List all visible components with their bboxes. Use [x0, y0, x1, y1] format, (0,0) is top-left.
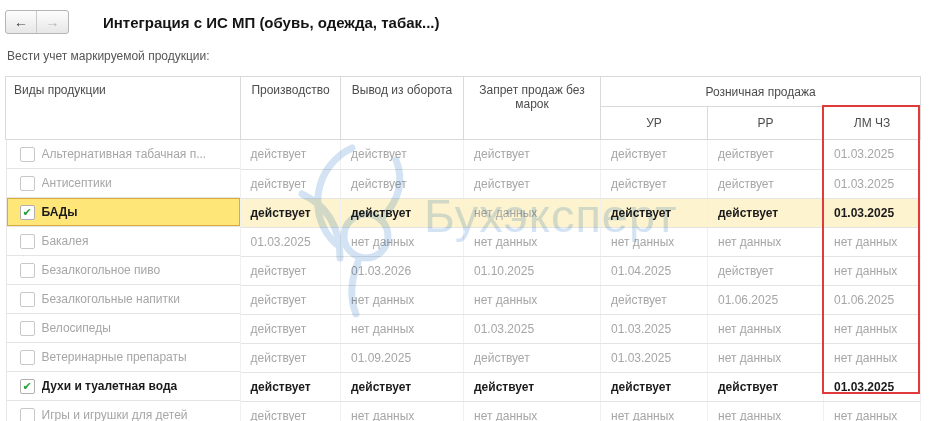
col-header-product-types[interactable]: Виды продукции — [6, 77, 241, 140]
product-name-cell[interactable]: Альтернативная табачная п... — [6, 140, 241, 169]
status-cell[interactable]: нет данных — [824, 401, 921, 421]
status-cell[interactable]: действует — [708, 169, 824, 198]
status-cell[interactable]: действует — [601, 285, 708, 314]
product-name-cell[interactable]: Игры и игрушки для детей — [6, 401, 241, 421]
status-cell[interactable]: нет данных — [464, 227, 601, 256]
status-cell[interactable]: нет данных — [824, 256, 921, 285]
status-cell[interactable]: нет данных — [341, 227, 464, 256]
table-row[interactable]: Альтернативная табачная п...действуетдей… — [6, 140, 921, 170]
forward-button[interactable]: → — [37, 11, 68, 33]
col-header-withdrawal[interactable]: Вывод из оборота — [341, 77, 464, 140]
unchecked-checkbox-icon[interactable] — [20, 263, 35, 278]
status-cell[interactable]: действует — [601, 169, 708, 198]
table-row[interactable]: Игры и игрушки для детейдействуетнет дан… — [6, 401, 921, 421]
product-name-cell[interactable]: ✔БАДы — [6, 198, 241, 227]
status-cell[interactable]: нет данных — [708, 401, 824, 421]
unchecked-checkbox-icon[interactable] — [20, 176, 35, 191]
table-row[interactable]: ✔БАДыдействуетдействуетнет данныхдейству… — [6, 198, 921, 227]
status-cell[interactable]: 01.06.2025 — [824, 285, 921, 314]
status-cell[interactable]: 01.03.2026 — [341, 256, 464, 285]
product-name-cell[interactable]: Безалкогольные напитки — [6, 285, 241, 314]
table-row[interactable]: ✔Духи и туалетная водадействуетдействует… — [6, 372, 921, 401]
status-cell[interactable]: 01.03.2025 — [464, 314, 601, 343]
status-cell[interactable]: 01.06.2025 — [708, 285, 824, 314]
status-cell[interactable]: действует — [708, 372, 824, 401]
status-cell[interactable]: 01.04.2025 — [601, 256, 708, 285]
unchecked-checkbox-icon[interactable] — [20, 350, 35, 365]
status-cell[interactable]: 01.09.2025 — [341, 343, 464, 372]
status-cell[interactable]: действует — [708, 256, 824, 285]
status-cell[interactable]: 01.10.2025 — [464, 256, 601, 285]
col-header-rr[interactable]: РР — [708, 107, 824, 140]
status-cell[interactable]: нет данных — [601, 227, 708, 256]
status-cell[interactable]: действует — [601, 140, 708, 170]
unchecked-checkbox-icon[interactable] — [20, 292, 35, 307]
status-cell[interactable]: нет данных — [824, 314, 921, 343]
status-cell[interactable]: нет данных — [341, 401, 464, 421]
table-row[interactable]: Безалкогольные напиткидействуетнет данны… — [6, 285, 921, 314]
status-cell[interactable]: действует — [241, 401, 341, 421]
status-cell[interactable]: 01.03.2025 — [824, 140, 921, 170]
table-row[interactable]: Бакалея01.03.2025нет данныхнет данныхнет… — [6, 227, 921, 256]
checked-checkbox-icon[interactable]: ✔ — [20, 379, 35, 394]
status-cell[interactable]: нет данных — [708, 314, 824, 343]
status-cell[interactable]: нет данных — [824, 343, 921, 372]
product-name-cell[interactable]: Безалкогольное пиво — [6, 256, 241, 285]
status-cell[interactable]: действует — [241, 285, 341, 314]
status-cell[interactable]: действует — [241, 314, 341, 343]
status-cell[interactable]: 01.03.2025 — [601, 314, 708, 343]
status-cell[interactable]: действует — [241, 198, 341, 227]
status-cell[interactable]: нет данных — [824, 227, 921, 256]
status-cell[interactable]: действует — [464, 169, 601, 198]
status-cell[interactable]: действует — [241, 140, 341, 170]
status-cell[interactable]: действует — [241, 372, 341, 401]
col-header-production[interactable]: Производство — [241, 77, 341, 140]
status-cell[interactable]: нет данных — [341, 285, 464, 314]
col-header-lm-chz[interactable]: ЛМ ЧЗ — [824, 107, 921, 140]
status-cell[interactable]: действует — [241, 169, 341, 198]
status-cell[interactable]: 01.03.2025 — [241, 227, 341, 256]
table-row[interactable]: Ветеринарные препаратыдействует01.09.202… — [6, 343, 921, 372]
table-row[interactable]: Антисептикидействуетдействуетдействуетде… — [6, 169, 921, 198]
status-cell[interactable]: нет данных — [464, 285, 601, 314]
col-header-ur[interactable]: УР — [601, 107, 708, 140]
table-row[interactable]: Велосипедыдействуетнет данных01.03.20250… — [6, 314, 921, 343]
status-cell[interactable]: нет данных — [341, 314, 464, 343]
status-cell[interactable]: 01.03.2025 — [824, 169, 921, 198]
col-header-sale-ban[interactable]: Запрет продаж без марок — [464, 77, 601, 140]
unchecked-checkbox-icon[interactable] — [20, 321, 35, 336]
status-cell[interactable]: действует — [464, 343, 601, 372]
status-cell[interactable]: действует — [341, 198, 464, 227]
unchecked-checkbox-icon[interactable] — [20, 234, 35, 249]
product-name-cell[interactable]: Велосипеды — [6, 314, 241, 343]
status-cell[interactable]: нет данных — [464, 401, 601, 421]
status-cell[interactable]: действует — [601, 198, 708, 227]
status-cell[interactable]: нет данных — [708, 343, 824, 372]
status-cell[interactable]: действует — [464, 140, 601, 170]
product-name-cell[interactable]: Антисептики — [6, 169, 241, 198]
product-name-cell[interactable]: Ветеринарные препараты — [6, 343, 241, 372]
status-cell[interactable]: действует — [341, 169, 464, 198]
status-cell[interactable]: действует — [464, 372, 601, 401]
unchecked-checkbox-icon[interactable] — [20, 147, 35, 162]
col-group-retail-sale[interactable]: Розничная продажа — [601, 77, 921, 107]
status-cell[interactable]: нет данных — [464, 198, 601, 227]
back-button[interactable]: ← — [6, 11, 37, 33]
unchecked-checkbox-icon[interactable] — [20, 408, 35, 421]
status-cell[interactable]: нет данных — [601, 401, 708, 421]
status-cell[interactable]: нет данных — [708, 227, 824, 256]
status-cell[interactable]: действует — [708, 140, 824, 170]
status-cell[interactable]: 01.03.2025 — [824, 372, 921, 401]
status-cell[interactable]: действует — [341, 140, 464, 170]
status-cell[interactable]: действует — [241, 343, 341, 372]
status-cell[interactable]: действует — [241, 256, 341, 285]
status-cell[interactable]: 01.03.2025 — [601, 343, 708, 372]
status-cell[interactable]: 01.03.2025 — [824, 198, 921, 227]
product-name-cell[interactable]: ✔Духи и туалетная вода — [6, 372, 241, 401]
product-name-cell[interactable]: Бакалея — [6, 227, 241, 256]
checked-checkbox-icon[interactable]: ✔ — [20, 205, 35, 220]
status-cell[interactable]: действует — [708, 198, 824, 227]
table-row[interactable]: Безалкогольное пиводействует01.03.202601… — [6, 256, 921, 285]
status-cell[interactable]: действует — [341, 372, 464, 401]
status-cell[interactable]: действует — [601, 372, 708, 401]
